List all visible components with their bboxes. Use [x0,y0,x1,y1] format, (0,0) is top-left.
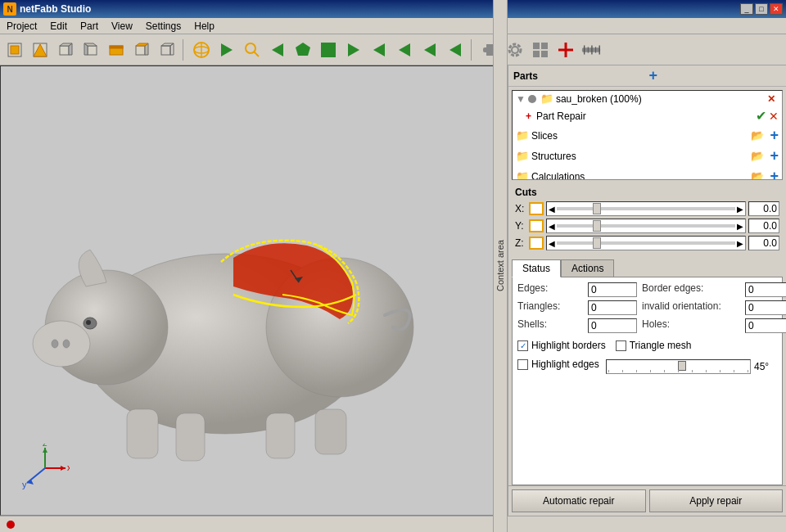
tree-row-slices[interactable]: 📁 Slices 📂 + [513,125,782,146]
edges-value: 0 [588,282,637,297]
highlight-borders-checkbox[interactable] [517,340,528,351]
view-right-button[interactable] [54,38,77,61]
pig-svg [12,106,495,475]
repair-plus-icon: + [526,110,531,122]
tree-row-repair[interactable]: + Part Repair ✔ ✕ [522,106,782,125]
menu-settings[interactable]: Settings [142,20,184,33]
menu-edit[interactable]: Edit [47,20,70,33]
cut-x-value[interactable]: 0.0 [748,201,779,216]
cut-z-checkbox[interactable] [529,237,544,250]
svg-text:y: y [22,480,27,489]
svg-rect-12 [136,46,145,55]
main-area: x z y Context area Parts + ▼ 📁 sau_broke… [0,65,786,516]
arrow-left-1-button[interactable] [266,38,289,61]
highlight-edges-checkbox[interactable] [517,359,528,370]
view-bottom-button[interactable] [105,38,128,61]
tab-actions[interactable]: Actions [561,259,614,277]
cut-x-thumb[interactable] [593,203,601,214]
add-red-button[interactable] [554,38,577,61]
grid-button[interactable] [529,38,552,61]
cut-y-thumb[interactable] [593,220,601,232]
highlight-borders-label: Highlight borders [531,340,606,351]
svg-rect-11 [110,46,123,48]
apply-repair-button[interactable]: Apply repair [649,489,784,512]
parts-tree: ▼ 📁 sau_broken (100%) ✕ + Part Repair ✔ … [512,90,783,180]
pig-scene [1,66,507,515]
pentagon-button[interactable] [291,38,314,61]
angle-slider[interactable] [606,359,751,374]
svg-marker-64 [61,466,66,471]
automatic-repair-button[interactable]: Automatic repair [512,489,646,512]
menu-part[interactable]: Part [77,20,102,33]
arrow-left-2-button[interactable] [368,38,391,61]
arrow-right-2-button[interactable] [342,38,365,61]
cut-y-arrow-left[interactable]: ◀ [549,222,555,231]
arrow-left-3-button[interactable] [393,38,416,61]
svg-rect-26 [321,43,336,57]
measure-button[interactable] [580,38,603,61]
maximize-button[interactable]: □ [755,3,768,15]
viewport[interactable]: x z y [0,65,508,516]
svg-marker-25 [296,43,310,56]
tree-row-sau[interactable]: ▼ 📁 sau_broken (100%) ✕ [513,91,782,106]
parts-header: Parts + [508,65,786,87]
view-left-button[interactable] [79,38,102,61]
svg-point-35 [512,47,518,53]
border-edges-label: Border edges: [642,282,740,297]
svg-line-23 [254,52,259,56]
cut-y-value[interactable]: 0.0 [748,219,779,233]
context-area-label[interactable]: Context area [493,0,508,532]
tree-label-repair: Part Repair [536,110,586,122]
cut-x-arrow-right[interactable]: ▶ [737,205,743,214]
calculations-add-button[interactable]: + [770,168,779,180]
cut-z-label: Z: [515,237,526,249]
menu-view[interactable]: View [108,20,136,33]
invalid-orient-value: 0 [745,300,786,315]
search-zoom-button[interactable] [241,38,264,61]
tab-status[interactable]: Status [512,259,561,277]
view-wire-button[interactable] [156,38,178,61]
square-green-button[interactable] [317,38,340,61]
cut-y-arrow-right[interactable]: ▶ [737,222,743,231]
menu-project[interactable]: Project [3,20,40,33]
menu-help[interactable]: Help [191,20,218,33]
structures-add-button[interactable]: + [770,147,779,165]
svg-line-69 [27,468,45,483]
cut-z-value[interactable]: 0.0 [748,236,779,250]
svg-rect-34 [486,52,493,56]
cut-x-arrow-left[interactable]: ◀ [549,205,555,214]
cut-y-checkbox[interactable] [529,219,544,232]
close-button[interactable]: ✕ [770,3,783,15]
view-front-button[interactable] [3,38,26,61]
cuts-section: Cuts X: ◀ ▶ 0.0 Y: ◀ [512,183,783,256]
slices-add-button[interactable]: + [770,127,779,144]
cut-x-label: X: [515,203,526,214]
invalid-orient-label: invalid orientation: [642,300,740,315]
highlight-edges-row: Highlight edges [517,358,599,370]
view-solid-button[interactable] [130,38,153,61]
triangle-mesh-checkbox[interactable] [616,340,626,351]
tree-row-structures[interactable]: 📁 Structures 📂 + [513,146,782,166]
svg-marker-24 [272,43,283,56]
parts-add-button[interactable]: + [649,67,782,84]
folder-icon: 📁 [540,92,553,105]
cut-x-checkbox[interactable] [529,202,544,215]
sphere-rotate-button[interactable] [190,38,213,61]
cut-z-arrow-left[interactable]: ◀ [549,239,555,248]
svg-marker-17 [161,43,174,46]
arrow-left-4-button[interactable] [418,38,441,61]
arrow-left-5-button[interactable] [444,38,467,61]
toolbar [0,34,786,65]
status-grid: Edges: 0 Border edges: 0 Triangles: 0 in… [517,282,777,333]
tree-label-structures: Structures [531,151,576,162]
svg-rect-15 [161,46,170,55]
arrow-right-1-button[interactable] [215,38,238,61]
tree-label-slices: Slices [531,130,558,142]
window-controls[interactable]: _ □ ✕ [740,3,783,15]
cut-z-thumb[interactable] [593,237,601,249]
minimize-button[interactable]: _ [740,3,753,15]
tree-row-calculations[interactable]: 📁 Calculations 📂 + [513,166,782,180]
view-top-button[interactable] [29,38,52,61]
cut-z-arrow-right[interactable]: ▶ [737,239,743,248]
bottom-buttons: Automatic repair Apply repair [508,485,786,516]
